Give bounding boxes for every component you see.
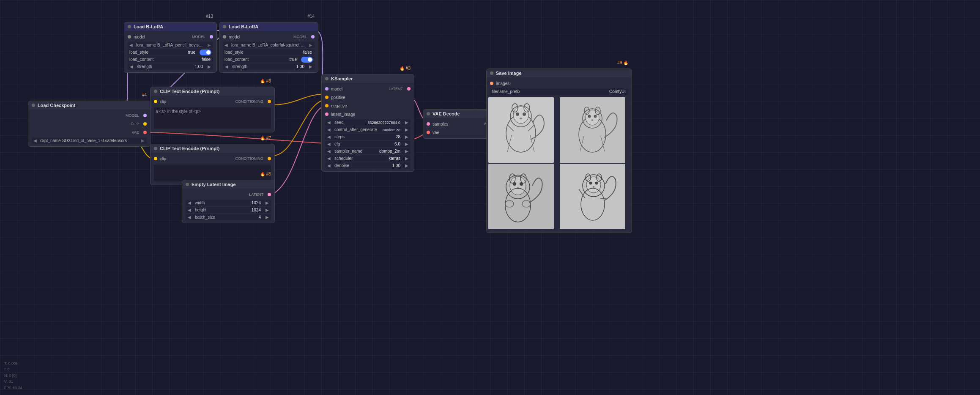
clip6-clip-port [154, 100, 157, 103]
scheduler-right[interactable]: ▶ [403, 155, 411, 162]
blora13-output-port [210, 35, 213, 38]
dropdown-right-arrow[interactable]: ▶ [139, 137, 147, 144]
denoise-right[interactable]: ▶ [403, 162, 411, 169]
seed-left[interactable]: ◀ [325, 119, 333, 126]
blora13-strength-right[interactable]: ▶ [205, 63, 213, 70]
clip7-conditioning-label: CONDITIONING [235, 156, 266, 161]
blora14-strength-right[interactable]: ▶ [307, 63, 315, 70]
blora14-strength-row: ◀ strength 1.00 ▶ [223, 63, 315, 70]
clip7-output-port [268, 157, 271, 160]
scheduler-value: karras [386, 155, 403, 162]
clip7-clip-input: clip CONDITIONING [151, 154, 274, 163]
seed-value: 63286209227604 0 [365, 120, 403, 126]
clip-text-6-body: clip CONDITIONING a <s> in the style of … [151, 96, 274, 132]
vae-decode-samples-label: samples [433, 122, 448, 126]
image-cell-4 [560, 164, 625, 229]
steps-right[interactable]: ▶ [403, 134, 411, 140]
denoise-label: denoise [333, 162, 390, 169]
steps-value: 28 [393, 134, 403, 140]
blora13-dropdown-right[interactable]: ▶ [205, 42, 213, 48]
blora13-load-content-value: false [199, 56, 213, 63]
output-clip: CLIP [28, 120, 150, 128]
blora13-load-style-toggle[interactable] [200, 49, 211, 55]
node-id-6: 🔥 #6 [260, 79, 271, 83]
cfg-right[interactable]: ▶ [403, 141, 411, 147]
control-value: randomize [380, 127, 403, 133]
blora13-strength-row: ◀ strength 1.00 ▶ [128, 63, 213, 70]
blora13-dropdown-left[interactable]: ◀ [128, 42, 134, 48]
blora14-dropdown-left[interactable]: ◀ [223, 42, 230, 48]
blora13-load-content-row: load_content false [128, 56, 213, 63]
height-left[interactable]: ◀ [186, 207, 193, 213]
latent-output: LATENT [182, 190, 274, 199]
clip-text-7-header: CLIP Text Encode (Prompt) [151, 144, 274, 153]
vae-decode-vae-label: vae [433, 130, 439, 135]
vae-decode-title: VAE Decode [433, 111, 460, 116]
blora13-load-style-label: load_style [128, 49, 186, 55]
scheduler-left[interactable]: ◀ [325, 155, 333, 162]
blora13-load-style-row: load_style true [128, 49, 213, 55]
batch-label: batch_size [193, 214, 256, 220]
svg-point-40 [592, 186, 594, 188]
clip-text-encode-7-node: 🔥 #7 CLIP Text Encode (Prompt) clip COND… [150, 144, 275, 185]
blora13-strength-left[interactable]: ◀ [128, 63, 135, 70]
save-image-body: images filename_prefix ComfyUI [487, 77, 632, 233]
height-right[interactable]: ▶ [263, 207, 271, 213]
batch-right[interactable]: ▶ [263, 214, 271, 220]
svg-point-16 [586, 110, 599, 125]
sampler-right[interactable]: ▶ [403, 148, 411, 154]
clip6-output-port [268, 100, 271, 103]
clip6-text-content: a <s> in the style of <p> [156, 109, 201, 114]
svg-point-26 [510, 176, 526, 195]
width-right[interactable]: ▶ [263, 200, 271, 206]
seed-right[interactable]: ▶ [403, 119, 411, 126]
latent-port [268, 193, 271, 196]
denoise-left[interactable]: ◀ [325, 162, 333, 169]
filename-prefix-value: ComfyUI [607, 88, 628, 95]
dropdown-left-arrow[interactable]: ◀ [32, 137, 38, 144]
clip7-text-area[interactable] [154, 165, 271, 181]
blora13-lora-value: lora_name B_LoRA_pencil_boy.safetensors [134, 42, 205, 48]
filename-prefix-label: filename_prefix [490, 88, 607, 95]
blora13-load-style-value: true [186, 49, 198, 55]
checkpoint-dropdown[interactable]: ◀ ckpt_name SDXL/sd_xl_base_1.0.safetens… [32, 137, 147, 144]
width-left[interactable]: ◀ [186, 200, 193, 206]
latent-label: LATENT [249, 192, 265, 197]
batch-size-row: ◀ batch_size 4 ▶ [186, 214, 271, 220]
steps-left[interactable]: ◀ [325, 134, 333, 140]
blora13-model-input: model MODEL [124, 33, 216, 41]
blora14-model-input: model MODEL [219, 33, 318, 41]
status-n: N: 0 [0] [4, 373, 22, 379]
batch-left[interactable]: ◀ [186, 214, 193, 220]
blora14-output-label: MODEL [293, 35, 309, 39]
ksampler-latent-input: latent_image [322, 110, 414, 118]
status-time: T: 0.00s [4, 360, 22, 366]
load-blora-14-node: #14 Load B-LoRA model MODEL ◀ lora_name … [219, 22, 318, 73]
save-image-node: #9 🔥 Save Image images filename_prefix C… [486, 69, 632, 233]
blora14-load-content-toggle[interactable] [301, 57, 313, 63]
clip7-clip-port [154, 157, 157, 160]
empty-latent-body: LATENT ◀ width 1024 ▶ ◀ height 1024 ▶ ◀ … [182, 189, 274, 223]
cfg-left[interactable]: ◀ [325, 141, 333, 147]
blora14-lora-dropdown[interactable]: ◀ lora_name B_LoRA_colorful-squirrel.saf… [223, 42, 315, 48]
blora14-dropdown-right[interactable]: ▶ [307, 42, 315, 48]
blora13-lora-dropdown[interactable]: ◀ lora_name B_LoRA_pencil_boy.safetensor… [128, 42, 213, 48]
svg-point-17 [588, 115, 591, 118]
cfg-value: 6.0 [392, 141, 403, 147]
blora14-load-style-row: load_style false [223, 49, 315, 55]
sampler-left[interactable]: ◀ [325, 148, 333, 154]
ksampler-output-port [407, 87, 411, 91]
clip6-text-area[interactable]: a <s> in the style of <p> [154, 107, 271, 129]
control-label: control_after_generate [333, 126, 380, 133]
filename-prefix-row: filename_prefix ComfyUI [490, 88, 628, 95]
ksampler-latent-port [325, 112, 328, 116]
load-blora-14-title: Load B-LoRA [229, 24, 258, 29]
seed-row: ◀ seed 63286209227604 0 ▶ [325, 119, 411, 126]
control-right[interactable]: ▶ [403, 126, 411, 133]
load-blora-13-header: Load B-LoRA [124, 22, 216, 31]
control-left[interactable]: ◀ [325, 126, 333, 133]
blora14-output-port [311, 35, 315, 38]
load-checkpoint-header: Load Checkpoint [28, 101, 150, 110]
blora14-strength-left[interactable]: ◀ [223, 63, 230, 70]
ksampler-positive-input: positive [322, 93, 414, 101]
